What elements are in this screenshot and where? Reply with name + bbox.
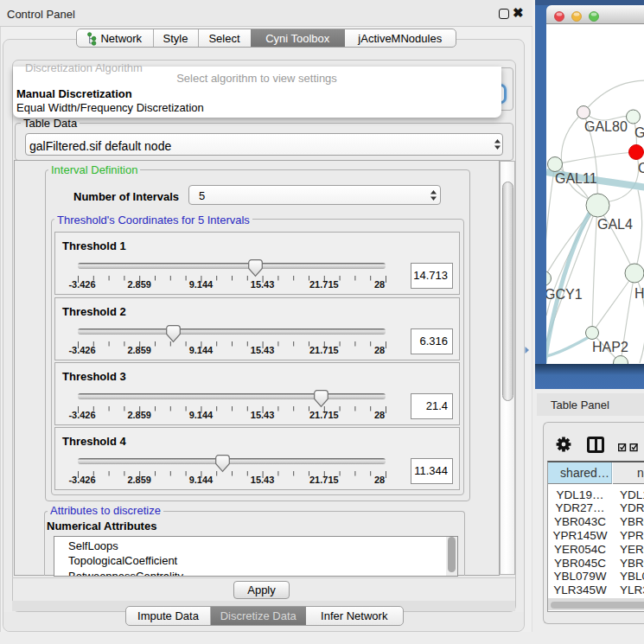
svg-text:GAL11: GAL11 bbox=[555, 171, 597, 186]
svg-text:C: C bbox=[638, 161, 644, 175]
svg-text:HAP2: HAP2 bbox=[592, 340, 628, 354]
svg-text:H: H bbox=[634, 286, 644, 301]
svg-text:GAL4: GAL4 bbox=[597, 217, 633, 232]
svg-text:GAL80: GAL80 bbox=[584, 119, 628, 134]
svg-text:GCY1: GCY1 bbox=[546, 287, 583, 302]
svg-text:GA: GA bbox=[634, 125, 644, 140]
